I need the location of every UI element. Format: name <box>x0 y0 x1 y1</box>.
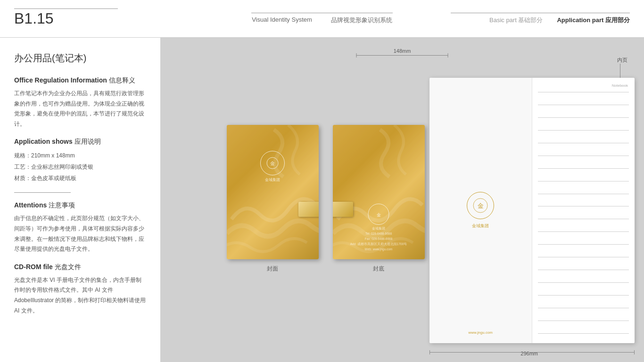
back-logo-circle: 金 <box>368 204 389 225</box>
application-label: Application part 应用部分 <box>557 16 630 25</box>
back-caption: 封底 <box>373 265 384 273</box>
page-id: B1.15 <box>14 10 108 27</box>
inner-pages-book: 金 金域集团 www.jngu.com Notebook <box>429 78 635 343</box>
front-logo: 金 金域集团 <box>260 151 285 182</box>
inner-logo-text: 金域集团 <box>472 223 489 229</box>
ruled-line <box>538 282 629 283</box>
back-clasp <box>333 202 353 217</box>
vis-cn-label: 品牌视觉形象识别系统 <box>331 16 392 25</box>
ruled-line <box>538 206 629 206</box>
ruled-line <box>538 92 629 92</box>
section-cdrom-body: 光盘文件是本 VI 手册电子文件的集合，内含手册制作时的专用软件格式文件。其中 … <box>14 275 146 316</box>
ruled-line <box>538 181 629 181</box>
basic-label: Basic part 基础部分 <box>489 16 543 25</box>
svg-text:金: 金 <box>478 202 484 209</box>
left-panel: 办公用品(笔记本) Office Regulation Information … <box>0 38 160 362</box>
ruled-line <box>538 295 629 296</box>
section-info-body: 工作笔记本作为企业办公用品，具有规范行政管理形象的作用，也可作为赠品使用。为体现… <box>14 89 146 129</box>
ruled-line <box>538 130 629 131</box>
main-container: 办公用品(笔记本) Office Regulation Information … <box>0 38 644 362</box>
ruled-line <box>538 308 629 308</box>
inner-left-page: 金 金域集团 www.jngu.com <box>429 78 532 343</box>
vis-en-label: Visual Identity System <box>252 16 312 25</box>
dim-296-line <box>429 352 635 353</box>
dim-148-line <box>356 55 448 56</box>
svg-text:金: 金 <box>270 161 275 166</box>
inner-logo-circle: 金 <box>467 192 494 219</box>
inner-logo-icon: 金 <box>472 197 489 214</box>
wave-decoration <box>227 125 319 259</box>
back-contact-info: Tel: 028-6488-6688 Fax: 028-6488-6688 Ad… <box>341 231 416 252</box>
inner-label: 内页 <box>617 57 627 64</box>
ruled-lines <box>538 92 629 334</box>
header-right-text: Basic part 基础部分 Application part 应用部分 <box>489 16 630 25</box>
dim-148-label: 148mm <box>394 48 411 54</box>
back-cover: 金 金域集团 Tel: 028-6488-6688 Fax: 028-6488-… <box>333 125 425 259</box>
ruled-line <box>538 333 629 334</box>
back-logo: 金 金域集团 <box>368 204 389 231</box>
front-caption: 封面 <box>267 265 278 273</box>
front-cover-container: 金 金域集团 封面 <box>227 125 319 273</box>
front-logo-text: 金域集团 <box>265 177 280 182</box>
ruled-line <box>538 117 629 118</box>
back-cover-container: 金 金域集团 Tel: 028-6488-6688 Fax: 028-6488-… <box>333 125 425 273</box>
section-attentions: Attentions 注意事项 由于信息的不确定性，此页部分规范（如文字大小、间… <box>14 201 146 254</box>
header-center: Visual Identity System 品牌视觉形象识别系统 <box>251 13 393 25</box>
section-application: Application shows 应用说明 规格：210mm x 148mm … <box>14 138 146 184</box>
inner-right-page: Notebook <box>532 78 635 343</box>
ruled-line <box>538 105 629 105</box>
svg-text:金: 金 <box>377 213 381 217</box>
inner-label-line <box>620 64 620 78</box>
ruled-line <box>538 321 629 321</box>
front-logo-circle: 金 <box>260 151 285 175</box>
ruled-line <box>538 156 629 156</box>
ruled-line <box>538 143 629 143</box>
section-cdrom-heading: CD-ROM file 光盘文件 <box>14 263 146 272</box>
header-center-line <box>251 13 393 13</box>
inner-logo-container: 金 金域集团 <box>467 192 494 229</box>
notebook-label: Notebook <box>612 83 628 88</box>
section-application-heading: Application shows 应用说明 <box>14 138 146 146</box>
ruled-line <box>538 270 629 270</box>
section-info: Office Regulation Information 信息释义 工作笔记本… <box>14 76 146 129</box>
header-top-line <box>14 8 118 9</box>
section-specs: 规格：210mm x 148mm 工艺：企业标志丝网印刷或烫银 材质：金色皮革或… <box>14 150 146 184</box>
ruled-line <box>538 231 629 232</box>
section-attentions-heading: Attentions 注意事项 <box>14 201 146 210</box>
main-title: 办公用品(笔记本) <box>14 52 146 65</box>
ruled-line <box>538 219 629 219</box>
section-attentions-body: 由于信息的不确定性，此页部分规范（如文字大小、间距等）可作为参考使用，具体可根据… <box>14 214 146 254</box>
ruled-line <box>538 257 629 257</box>
dim-148-container: 148mm <box>356 48 448 56</box>
header-right-line <box>451 13 630 13</box>
section-cdrom: CD-ROM file 光盘文件 光盘文件是本 VI 手册电子文件的集合，内含手… <box>14 263 146 316</box>
header-center-text: Visual Identity System 品牌视觉形象识别系统 <box>252 16 392 25</box>
ruled-line <box>538 244 629 245</box>
header: B1.15 Visual Identity System 品牌视觉形象识别系统 … <box>0 0 644 38</box>
back-company-name: 金域集团 <box>372 226 385 231</box>
inner-website: www.jngu.com <box>468 330 493 335</box>
front-cover: 金 金域集团 <box>227 125 319 259</box>
ruled-line <box>538 194 629 194</box>
logo-icon: 金 <box>265 156 280 170</box>
section-info-heading: Office Regulation Information 信息释义 <box>14 76 146 85</box>
front-clasp <box>298 202 319 217</box>
back-logo-icon: 金 <box>372 208 385 220</box>
right-panel: 148mm <box>160 38 644 362</box>
divider <box>14 192 71 193</box>
dim-296-label: 296mm <box>520 351 538 356</box>
header-right: Basic part 基础部分 Application part 应用部分 <box>451 13 630 25</box>
ruled-line <box>538 168 629 169</box>
